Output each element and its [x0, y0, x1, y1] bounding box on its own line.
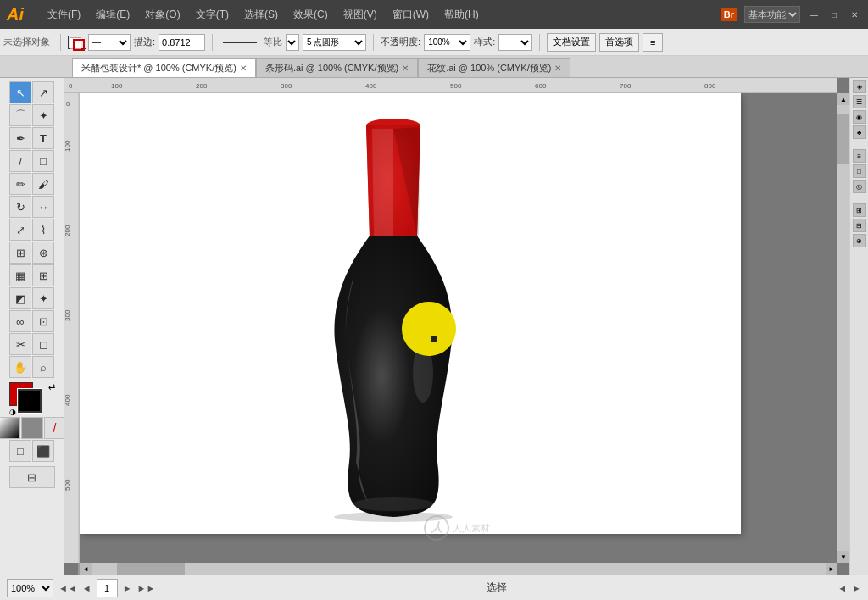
menu-effect[interactable]: 效果(C) — [287, 4, 335, 25]
status-text: 选择 — [487, 581, 507, 593]
line-weight-select[interactable]: ● — [286, 34, 299, 51]
opacity-select[interactable]: 100% — [424, 34, 470, 51]
scroll-up-btn[interactable]: ▲ — [837, 93, 849, 105]
status-arrow-right[interactable]: ► — [852, 583, 861, 593]
tab-2-close[interactable]: ✕ — [554, 64, 561, 73]
reflect-tool[interactable]: ↔ — [32, 196, 54, 218]
tab-1-close[interactable]: ✕ — [402, 64, 409, 73]
menu-type[interactable]: 文字(T) — [189, 4, 236, 25]
tab-0[interactable]: 米醋包装设计* @ 100% (CMYK/预览) ✕ — [72, 58, 256, 77]
warp-tool[interactable]: ⌇ — [32, 219, 54, 241]
panel-btn-5[interactable]: ≡ — [853, 149, 866, 163]
scissors-tool[interactable]: ✂ — [9, 333, 31, 355]
scroll-left-btn[interactable]: ◄ — [80, 563, 92, 575]
panel-btn-4[interactable]: ♣ — [853, 125, 866, 139]
select-tool[interactable]: ↖ — [9, 81, 31, 103]
nav-prev-btn[interactable]: ◄◄ — [58, 583, 77, 593]
eyedropper-tool[interactable]: ✦ — [32, 287, 54, 309]
workspace-selector[interactable]: 基本功能 — [744, 6, 800, 23]
panel-btn-1[interactable]: ◈ — [853, 80, 866, 93]
style-select[interactable] — [498, 34, 532, 51]
stroke-width-input[interactable] — [159, 34, 205, 51]
canvas-area[interactable]: 0 100 200 300 400 500 600 700 800 0 100 — [64, 78, 849, 575]
blend-tool[interactable]: ∞ — [9, 310, 31, 332]
nav-prev-page-btn[interactable]: ◄ — [82, 583, 92, 593]
brush-tool[interactable]: 🖌 — [32, 173, 54, 195]
menu-file[interactable]: 文件(F) — [41, 4, 87, 25]
scale-tool[interactable]: ⤢ — [9, 219, 31, 241]
tab-2[interactable]: 花纹.ai @ 100% (CMYK/预览) ✕ — [418, 58, 570, 77]
type-tool[interactable]: T — [32, 127, 54, 149]
menu-select[interactable]: 选择(S) — [237, 4, 285, 25]
rotate-tool[interactable]: ↻ — [9, 196, 31, 218]
maximize-button[interactable]: □ — [827, 8, 841, 21]
scroll-thumb-v[interactable] — [837, 114, 849, 164]
bridge-button[interactable]: Br — [721, 8, 737, 21]
panel-btn-6[interactable]: □ — [853, 164, 866, 178]
tab-1[interactable]: 条形码.ai @ 100% (CMYK/预览) ✕ — [256, 58, 418, 77]
menu-edit[interactable]: 编辑(E) — [89, 4, 136, 25]
magic-wand-tool[interactable]: ✦ — [32, 104, 54, 126]
graph-tool[interactable]: ▦ — [9, 264, 31, 286]
scroll-down-btn[interactable]: ▼ — [837, 551, 849, 563]
slice-tool[interactable]: ⊡ — [32, 310, 54, 332]
normal-view-btn[interactable]: □ — [9, 440, 31, 462]
more-options-button[interactable]: ≡ — [643, 33, 663, 52]
rect-tool[interactable]: □ — [32, 150, 54, 172]
nav-next-page-btn[interactable]: ► — [123, 583, 132, 593]
direct-select-tool[interactable]: ↗ — [32, 81, 54, 103]
menu-object[interactable]: 对象(O) — [138, 4, 186, 25]
svg-point-22 — [431, 336, 437, 342]
page-input[interactable] — [97, 579, 118, 597]
color-mode-btn[interactable] — [0, 417, 20, 439]
screen-mode-icon[interactable]: ⊟ — [9, 466, 55, 488]
symbol-tool[interactable]: ⊛ — [32, 242, 54, 264]
pencil-tool[interactable]: ✏ — [9, 173, 31, 195]
opacity-label: 不透明度: — [381, 36, 420, 48]
none-mode-btn[interactable]: / — [44, 417, 65, 439]
toolbox: ↖ ↗ ⌒ ✦ ✒ T / □ ✏ 🖌 ↻ ↔ ⤢ ⌇ ⊞ ⊛ — [0, 78, 64, 575]
zoom-tool[interactable]: ⌕ — [32, 356, 54, 378]
change-screen-btn[interactable]: ⊟ — [9, 466, 55, 488]
line-tool[interactable]: / — [9, 150, 31, 172]
menu-view[interactable]: 视图(V) — [337, 4, 384, 25]
mesh-tool[interactable]: ⊞ — [32, 264, 54, 286]
free-transform-tool[interactable]: ⊞ — [9, 242, 31, 264]
panel-btn-9[interactable]: ⊟ — [853, 219, 866, 232]
close-button[interactable]: ✕ — [848, 8, 861, 21]
status-arrow-left[interactable]: ◄ — [837, 583, 847, 593]
stroke-color-box[interactable] — [68, 36, 86, 49]
stroke-type-select[interactable]: — — [88, 34, 131, 51]
panel-btn-8[interactable]: ⊞ — [853, 203, 866, 217]
zoom-select[interactable]: 100% — [7, 579, 53, 597]
default-colors-icon[interactable]: ◑ — [9, 408, 16, 416]
panel-btn-7[interactable]: ◎ — [853, 180, 866, 193]
prefs-button[interactable]: 首选项 — [599, 33, 639, 52]
pen-tool[interactable]: ✒ — [9, 127, 31, 149]
panel-btn-3[interactable]: ◉ — [853, 110, 866, 124]
tab-0-close[interactable]: ✕ — [240, 64, 247, 73]
nav-next-btn[interactable]: ►► — [137, 583, 156, 593]
gradient-tool[interactable]: ◩ — [9, 287, 31, 309]
menu-help[interactable]: 帮助(H) — [437, 4, 486, 25]
lasso-tool[interactable]: ⌒ — [9, 104, 31, 126]
minimize-button[interactable]: — — [807, 8, 821, 21]
ruler-v-svg: 0 100 200 300 400 500 — [64, 93, 80, 575]
swap-colors-icon[interactable]: ⇄ — [48, 382, 55, 392]
eraser-tool[interactable]: ◻ — [32, 333, 54, 355]
hand-tool[interactable]: ✋ — [9, 356, 31, 378]
scroll-thumb-h[interactable] — [117, 563, 185, 575]
scrollbar-vertical[interactable]: ▲ ▼ — [837, 93, 849, 563]
brush-select[interactable]: 5 点圆形 — [303, 34, 366, 51]
scrollbar-horizontal[interactable]: ◄ ► — [80, 563, 837, 575]
fullscreen-view-btn[interactable]: ⬛ — [32, 440, 54, 462]
stroke-color[interactable] — [18, 389, 42, 413]
scroll-right-btn[interactable]: ► — [826, 563, 837, 575]
panel-btn-2[interactable]: ☰ — [853, 95, 866, 108]
gradient-mode-btn[interactable] — [21, 417, 43, 439]
tab-1-label: 条形码.ai @ 100% (CMYK/预览) — [265, 62, 398, 75]
panel-btn-10[interactable]: ⊕ — [853, 234, 866, 247]
doc-setup-button[interactable]: 文档设置 — [547, 33, 596, 52]
menu-window[interactable]: 窗口(W) — [386, 4, 436, 25]
watermark-text: 人人素材 — [453, 522, 490, 535]
